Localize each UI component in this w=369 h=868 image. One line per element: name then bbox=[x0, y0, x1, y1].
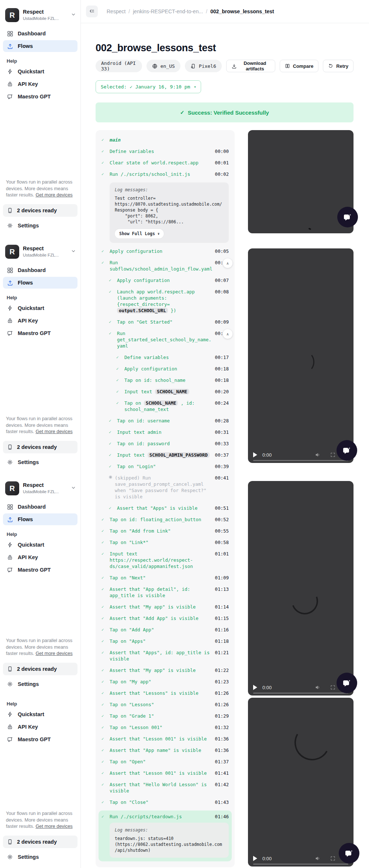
log-step[interactable]: ✓Assert that "Lesson 001" is visible01:3… bbox=[101, 736, 229, 742]
log-step[interactable]: ✓Launch app world.respect.app (launch ar… bbox=[109, 289, 229, 314]
log-step[interactable]: ✓Tap on id: floating_action_button00:52 bbox=[101, 516, 229, 523]
sidebar-item-dashboard[interactable]: Dashboard bbox=[3, 28, 77, 39]
log-step[interactable]: ✓Tap on "Add App"01:16 bbox=[101, 627, 229, 633]
log-step[interactable]: ✓Tap on "Open"01:37 bbox=[101, 759, 229, 765]
log-step[interactable]: ✓Assert that "App detail", id: app_title… bbox=[101, 586, 229, 599]
sidebar-item-quickstart[interactable]: Quickstart bbox=[3, 66, 77, 77]
get-more-devices-link[interactable]: Get more devices bbox=[35, 429, 72, 434]
video-progress-bar[interactable] bbox=[253, 460, 348, 461]
volume-icon[interactable] bbox=[315, 684, 321, 690]
button-download-artifacts[interactable]: Download artifacts bbox=[226, 60, 275, 72]
sidebar-item-api-key[interactable]: API Key bbox=[3, 551, 77, 563]
log-step[interactable]: ✓Assert that "My app" is visible01:22 bbox=[101, 667, 229, 673]
log-step[interactable]: ✓Run subflows/school_admin_login_flow.ya… bbox=[101, 259, 229, 272]
get-more-devices-link[interactable]: Get more devices bbox=[35, 823, 72, 829]
log-step[interactable]: ✓Tap on "Add from Link"00:55 bbox=[101, 528, 229, 534]
log-step[interactable]: ✓Tap on id: username00:28 bbox=[109, 418, 229, 424]
sidebar-item-flows[interactable]: Flows bbox=[3, 513, 77, 525]
workspace-switcher[interactable]: RRespectUstadMobile FZL... bbox=[0, 473, 80, 501]
sidebar-item-dashboard[interactable]: Dashboard bbox=[3, 264, 77, 276]
get-more-devices-link[interactable]: Get more devices bbox=[35, 651, 72, 656]
sidebar-item-settings[interactable]: Settings bbox=[3, 220, 77, 231]
device-recording-video[interactable]: 0:00⋮ bbox=[248, 481, 354, 696]
sidebar-item-maestro-gpt[interactable]: Maestro GPT bbox=[3, 733, 77, 745]
sidebar-item-flows[interactable]: Flows bbox=[3, 277, 77, 289]
device-recording-video[interactable]: 0:00⋮ bbox=[248, 248, 354, 463]
log-step[interactable]: ✓Input text admin00:31 bbox=[109, 429, 229, 435]
log-step[interactable]: ✓Apply configuration00:07 bbox=[109, 277, 229, 283]
collapse-step-button[interactable]: ∧ bbox=[223, 258, 232, 268]
log-step[interactable]: (skipped) Run save_password_prompt_cance… bbox=[109, 475, 229, 500]
log-step[interactable]: ✓Tap on "Login"00:39 bbox=[109, 463, 229, 470]
log-step[interactable]: ✓Apply configuration00:05 bbox=[101, 248, 229, 254]
log-step[interactable]: ✓Run /./scripts/school_init.js00:02 bbox=[101, 171, 229, 177]
sidebar-item-settings[interactable]: Settings bbox=[3, 456, 77, 468]
sidebar-item-quickstart[interactable]: Quickstart bbox=[3, 708, 77, 720]
devices-ready-button[interactable]: 2 devices ready bbox=[3, 204, 77, 217]
workspace-switcher[interactable]: RRespectUstadMobile FZL... bbox=[0, 237, 80, 264]
log-step[interactable]: ✓Define variables00:17 bbox=[116, 354, 229, 360]
get-more-devices-link[interactable]: Get more devices bbox=[35, 192, 72, 198]
sidebar-item-settings[interactable]: Settings bbox=[3, 851, 77, 863]
device-recording-video[interactable] bbox=[248, 130, 354, 233]
volume-icon[interactable] bbox=[315, 855, 321, 861]
log-step[interactable]: ✓Tap on SCHOOL_NAME , id: school_name_te… bbox=[116, 400, 229, 412]
video-progress-bar[interactable] bbox=[253, 693, 348, 694]
sidebar-item-quickstart[interactable]: Quickstart bbox=[3, 539, 77, 551]
log-step[interactable]: ✓Tap on "My app"01:23 bbox=[101, 679, 229, 685]
video-progress-bar[interactable] bbox=[253, 864, 348, 865]
fullscreen-icon[interactable] bbox=[330, 856, 335, 861]
button-compare[interactable]: Compare bbox=[280, 60, 318, 72]
log-step[interactable]: ✓Input text https://respect.world/respec… bbox=[101, 551, 229, 569]
log-step[interactable]: ✓Apply configuration00:18 bbox=[116, 366, 229, 372]
volume-icon[interactable] bbox=[315, 452, 321, 458]
devices-ready-button[interactable]: 2 devices ready bbox=[3, 441, 77, 453]
log-step[interactable]: ✓Assert that "Lessons" is visible01:26 bbox=[101, 690, 229, 696]
log-step[interactable]: ✓Assert that "Add App" is visible01:15 bbox=[101, 615, 229, 621]
sidebar-item-maestro-gpt[interactable]: Maestro GPT bbox=[3, 91, 77, 102]
breadcrumb-workspace[interactable]: Respect bbox=[107, 8, 125, 14]
log-step[interactable]: ✓Clear state of world.respect.app00:01 bbox=[101, 160, 229, 166]
log-step[interactable]: ✓Tap on "Lesson 001"01:32 bbox=[101, 724, 229, 731]
log-step[interactable]: ✓Assert that "Hello World Lesson" is vis… bbox=[101, 781, 229, 794]
sidebar-item-dashboard[interactable]: Dashboard bbox=[3, 501, 77, 513]
show-full-logs-button[interactable]: Show Full Logs∨ bbox=[115, 229, 164, 238]
sidebar-item-maestro-gpt[interactable]: Maestro GPT bbox=[3, 327, 77, 339]
play-button[interactable] bbox=[253, 685, 257, 690]
sidebar-item-maestro-gpt[interactable]: Maestro GPT bbox=[3, 564, 77, 576]
sidebar-item-api-key[interactable]: API Key bbox=[3, 315, 77, 327]
fullscreen-icon[interactable] bbox=[330, 685, 335, 690]
workspace-switcher[interactable]: RRespectUstadMobile FZL... bbox=[0, 0, 80, 27]
button-retry[interactable]: Retry bbox=[323, 60, 354, 72]
play-button[interactable] bbox=[253, 856, 257, 861]
log-step[interactable]: ✓Tap on "Get Started"00:09 bbox=[109, 319, 229, 325]
log-step[interactable]: ✓Tap on id: school_name00:18 bbox=[116, 377, 229, 383]
breadcrumb-suite[interactable]: jenkins-RESPECT-end-to-en... bbox=[133, 8, 203, 14]
log-step[interactable]: ✓Tap on "Apps"01:18 bbox=[101, 638, 229, 644]
log-step[interactable]: ✓Run get_started_select_school_by_name.y… bbox=[109, 330, 229, 349]
log-step[interactable]: ✓Assert that "App name" is visible01:36 bbox=[101, 747, 229, 753]
sidebar-item-flows[interactable]: Flows bbox=[3, 40, 77, 52]
device-recording-video[interactable]: 0:00⋮ bbox=[248, 698, 354, 867]
maestro-assistant-badge[interactable] bbox=[337, 207, 358, 227]
log-step[interactable]: ✓Tap on id: password00:33 bbox=[109, 440, 229, 447]
log-step[interactable]: ✓Tap on "Close"01:43 bbox=[101, 799, 229, 805]
log-step[interactable]: ✓Assert that "Apps", id: app_title is vi… bbox=[101, 649, 229, 662]
log-step[interactable]: ✓Assert that "My app" is visible01:14 bbox=[101, 604, 229, 610]
log-step[interactable]: ✓Tap on "Grade 1"01:29 bbox=[101, 713, 229, 719]
selected-run-dropdown[interactable]: Selected: ✓ January 16, 9:10 pm ▾ bbox=[96, 80, 201, 93]
sidebar-item-api-key[interactable]: API Key bbox=[3, 78, 77, 90]
sidebar-item-settings[interactable]: Settings bbox=[3, 678, 77, 690]
log-step[interactable]: ✓Define variables00:00 bbox=[101, 148, 229, 154]
maestro-assistant-badge[interactable] bbox=[337, 440, 357, 461]
log-step[interactable]: ✓Assert that "Lesson 001" is visible01:4… bbox=[101, 770, 229, 776]
collapse-sidebar-button[interactable] bbox=[86, 6, 98, 17]
sidebar-item-quickstart[interactable]: Quickstart bbox=[3, 302, 77, 314]
play-button[interactable] bbox=[253, 452, 257, 457]
fullscreen-icon[interactable] bbox=[330, 452, 335, 457]
log-step[interactable]: ✓Input text SCHOOL_ADMIN_PASSWORD00:37 bbox=[109, 452, 229, 458]
log-step[interactable]: ✓Assert that "Apps" is visible00:51 bbox=[109, 505, 229, 511]
devices-ready-button[interactable]: 2 devices ready bbox=[3, 663, 77, 675]
devices-ready-button[interactable]: 2 devices ready bbox=[3, 836, 77, 848]
maestro-assistant-badge[interactable] bbox=[339, 843, 359, 864]
